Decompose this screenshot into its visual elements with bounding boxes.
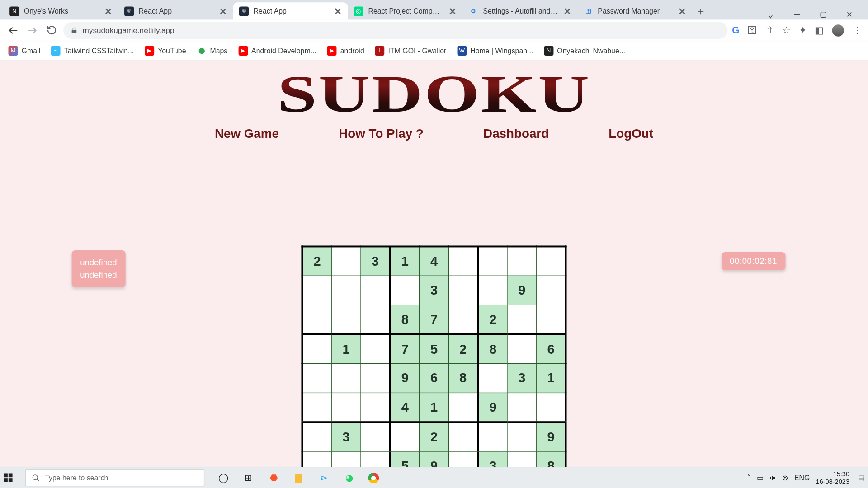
- sudoku-cell[interactable]: [331, 305, 361, 334]
- sudoku-cell[interactable]: [507, 305, 537, 334]
- sudoku-cell[interactable]: [361, 305, 390, 334]
- sudoku-cell[interactable]: [448, 246, 478, 276]
- nav-how-to-play[interactable]: How To Play ?: [339, 127, 424, 141]
- sudoku-cell[interactable]: [302, 305, 331, 334]
- bookmark-android[interactable]: ▶android: [327, 46, 364, 55]
- bookmark-tailwind[interactable]: ~Tailwind CSSTailwin...: [51, 46, 134, 55]
- sudoku-cell[interactable]: 3: [420, 276, 449, 305]
- sudoku-cell[interactable]: 3: [331, 422, 361, 451]
- sudoku-cell[interactable]: 9: [537, 422, 566, 451]
- share-icon[interactable]: ⇧: [766, 24, 774, 36]
- bookmark-wingspan[interactable]: WHome | Wingspan...: [457, 46, 533, 55]
- chrome-icon[interactable]: [368, 472, 379, 483]
- nav-new-game[interactable]: New Game: [215, 127, 279, 141]
- url-bar[interactable]: mysudokugame.netlify.app: [63, 22, 727, 38]
- sudoku-cell[interactable]: 6: [420, 364, 449, 393]
- sudoku-cell[interactable]: 3: [478, 451, 507, 467]
- minimize-icon[interactable]: —: [787, 9, 807, 20]
- sudoku-cell[interactable]: [507, 422, 537, 451]
- nav-dashboard[interactable]: Dashboard: [483, 127, 549, 141]
- sudoku-cell[interactable]: [390, 422, 420, 451]
- bookmark-gmail[interactable]: MGmail: [9, 46, 41, 55]
- sudoku-cell[interactable]: 1: [537, 364, 566, 393]
- sudoku-cell[interactable]: [507, 334, 537, 364]
- sudoku-cell[interactable]: 1: [420, 393, 449, 422]
- avatar[interactable]: [832, 24, 844, 36]
- sudoku-cell[interactable]: 2: [302, 246, 331, 276]
- brave-icon[interactable]: ⬣: [268, 472, 279, 483]
- sudoku-cell[interactable]: [331, 451, 361, 467]
- sudoku-cell[interactable]: 1: [331, 334, 361, 364]
- sudoku-cell[interactable]: [361, 393, 390, 422]
- sudoku-cell[interactable]: [331, 246, 361, 276]
- sudoku-cell[interactable]: [331, 393, 361, 422]
- sudoku-cell[interactable]: [507, 246, 537, 276]
- sudoku-cell[interactable]: [448, 305, 478, 334]
- bookmark-youtube[interactable]: ▶YouTube: [145, 46, 186, 55]
- wifi-icon[interactable]: ⊚: [782, 474, 788, 482]
- sudoku-cell[interactable]: [361, 364, 390, 393]
- sudoku-cell[interactable]: 5: [390, 451, 420, 467]
- sudoku-cell[interactable]: 4: [390, 393, 420, 422]
- sudoku-cell[interactable]: [537, 246, 566, 276]
- tab-react-1[interactable]: ⚛ React App: [118, 2, 233, 19]
- search-input[interactable]: Type here to search: [25, 469, 205, 486]
- sudoku-cell[interactable]: [361, 276, 390, 305]
- sudoku-cell[interactable]: 1: [390, 246, 420, 276]
- close-icon[interactable]: [219, 7, 227, 15]
- extensions-icon[interactable]: ✦: [799, 24, 807, 36]
- vscode-icon[interactable]: ⋗: [318, 472, 330, 483]
- sudoku-cell[interactable]: [478, 276, 507, 305]
- sudoku-cell[interactable]: 8: [478, 334, 507, 364]
- forward-button[interactable]: [25, 23, 40, 38]
- sudoku-cell[interactable]: 2: [448, 334, 478, 364]
- bookmark-android-dev[interactable]: ▶Android Developm...: [238, 46, 316, 55]
- sudoku-cell[interactable]: [302, 393, 331, 422]
- sudoku-cell[interactable]: 8: [537, 451, 566, 467]
- sudoku-cell[interactable]: [448, 276, 478, 305]
- taskview-icon[interactable]: ⊞: [243, 472, 255, 483]
- reload-button[interactable]: [44, 23, 59, 38]
- explorer-icon[interactable]: ▇: [293, 472, 305, 483]
- sudoku-cell[interactable]: 9: [390, 364, 420, 393]
- tab-onyes-works[interactable]: N Onye's Works: [4, 2, 118, 19]
- close-icon[interactable]: [563, 7, 572, 15]
- sudoku-cell[interactable]: [302, 334, 331, 364]
- sudoku-cell[interactable]: 7: [390, 334, 420, 364]
- whatsapp-icon[interactable]: ◕: [343, 472, 355, 483]
- sudoku-cell[interactable]: 4: [420, 246, 449, 276]
- sudoku-cell[interactable]: 3: [361, 246, 390, 276]
- sudoku-cell[interactable]: 9: [420, 451, 449, 467]
- sudoku-cell[interactable]: [390, 276, 420, 305]
- tab-settings[interactable]: ⚙ Settings - Autofill and pass: [462, 2, 577, 19]
- sudoku-cell[interactable]: [537, 276, 566, 305]
- volume-icon[interactable]: 🕩: [769, 474, 776, 482]
- cortana-icon[interactable]: ◯: [217, 472, 229, 483]
- sudoku-cell[interactable]: 5: [420, 334, 449, 364]
- close-icon[interactable]: [334, 7, 342, 15]
- google-icon[interactable]: G: [732, 25, 739, 36]
- menu-icon[interactable]: ⋮: [853, 24, 862, 36]
- battery-icon[interactable]: ▭: [757, 474, 764, 482]
- sudoku-cell[interactable]: [302, 276, 331, 305]
- ime-lang[interactable]: ENG: [794, 474, 810, 482]
- sudoku-cell[interactable]: [302, 451, 331, 467]
- sudoku-cell[interactable]: [507, 393, 537, 422]
- sudoku-cell[interactable]: 6: [537, 334, 566, 364]
- sudoku-grid[interactable]: 2314398721752869683141932959383754: [301, 245, 566, 466]
- key-icon[interactable]: ⚿: [748, 25, 757, 36]
- bookmark-maps[interactable]: ⬤Maps: [197, 46, 227, 55]
- sudoku-cell[interactable]: 2: [420, 422, 449, 451]
- sudoku-cell[interactable]: [507, 451, 537, 467]
- sudoku-cell[interactable]: 7: [420, 305, 449, 334]
- sudoku-cell[interactable]: [537, 393, 566, 422]
- bookmark-itm[interactable]: IITM GOI - Gwalior: [375, 46, 447, 55]
- sudoku-cell[interactable]: [302, 364, 331, 393]
- sudoku-cell[interactable]: 8: [448, 364, 478, 393]
- tab-component[interactable]: ◎ React Project Component H: [348, 2, 463, 19]
- bookmark-onyekachi[interactable]: NOnyekachi Nwabue...: [544, 46, 625, 55]
- close-icon[interactable]: [678, 7, 686, 15]
- back-button[interactable]: [6, 23, 20, 38]
- sudoku-cell[interactable]: 8: [390, 305, 420, 334]
- sudoku-cell[interactable]: [478, 246, 507, 276]
